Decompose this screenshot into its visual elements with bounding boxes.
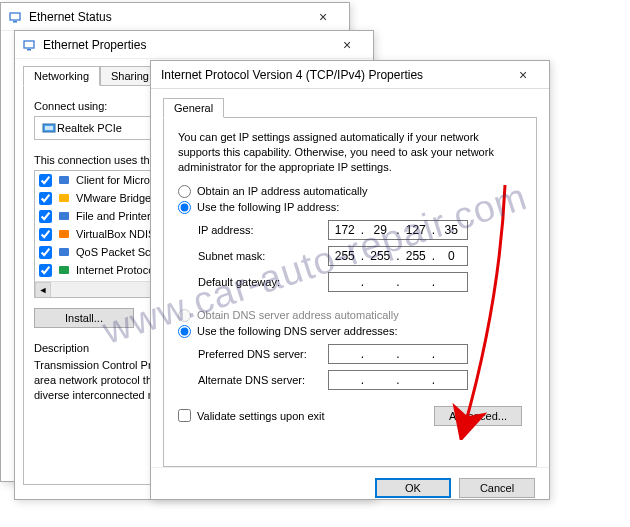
status-title: Ethernet Status: [29, 10, 303, 24]
ip-address-field[interactable]: 172. 29. 127. 35: [328, 220, 468, 240]
pref-dns-label: Preferred DNS server:: [178, 348, 328, 360]
radio-dns-auto-input: [178, 309, 191, 322]
radio-ip-auto-input[interactable]: [178, 185, 191, 198]
ipv4-title: Internet Protocol Version 4 (TCP/IPv4) P…: [157, 68, 503, 82]
pref-dns-field[interactable]: . . .: [328, 344, 468, 364]
scroll-left-icon[interactable]: ◄: [35, 282, 51, 298]
component-icon: [56, 226, 72, 242]
advanced-button[interactable]: Advanced...: [434, 406, 522, 426]
tab-general[interactable]: General: [163, 98, 224, 118]
item-checkbox[interactable]: [39, 264, 52, 277]
alt-dns-field[interactable]: . . .: [328, 370, 468, 390]
radio-ip-manual[interactable]: Use the following IP address:: [178, 201, 522, 214]
gateway-field[interactable]: . . .: [328, 272, 468, 292]
svg-rect-6: [59, 176, 69, 184]
cancel-button[interactable]: Cancel: [459, 478, 535, 498]
component-icon: [56, 190, 72, 206]
item-checkbox[interactable]: [39, 192, 52, 205]
ip-address-label: IP address:: [178, 224, 328, 236]
adapter-icon: [41, 120, 57, 136]
ok-button[interactable]: OK: [375, 478, 451, 498]
svg-rect-5: [45, 126, 53, 130]
close-icon[interactable]: ×: [503, 67, 543, 83]
ipv4-properties-dialog: Internet Protocol Version 4 (TCP/IPv4) P…: [150, 60, 550, 500]
item-checkbox[interactable]: [39, 228, 52, 241]
item-label: VirtualBox NDIS6: [76, 228, 161, 240]
radio-dns-auto: Obtain DNS server address automatically: [178, 309, 522, 322]
radio-dns-manual[interactable]: Use the following DNS server addresses:: [178, 325, 522, 338]
alt-dns-label: Alternate DNS server:: [178, 374, 328, 386]
item-checkbox[interactable]: [39, 210, 52, 223]
svg-rect-3: [27, 49, 31, 51]
close-icon[interactable]: ×: [327, 37, 367, 53]
component-icon: [56, 172, 72, 188]
prop-titlebar: Ethernet Properties ×: [15, 31, 373, 59]
close-icon[interactable]: ×: [303, 9, 343, 25]
prop-title: Ethernet Properties: [43, 38, 327, 52]
subnet-field[interactable]: 255. 255. 255. 0: [328, 246, 468, 266]
adapter-name: Realtek PCIe: [57, 122, 122, 134]
item-checkbox[interactable]: [39, 174, 52, 187]
component-icon: [56, 262, 72, 278]
tab-networking[interactable]: Networking: [23, 66, 100, 86]
subnet-label: Subnet mask:: [178, 250, 328, 262]
svg-rect-9: [59, 230, 69, 238]
svg-rect-11: [59, 266, 69, 274]
component-icon: [56, 244, 72, 260]
svg-rect-2: [24, 41, 34, 48]
radio-ip-manual-input[interactable]: [178, 201, 191, 214]
help-text: You can get IP settings assigned automat…: [178, 130, 522, 175]
validate-checkbox[interactable]: Validate settings upon exit: [178, 409, 325, 422]
radio-dns-manual-input[interactable]: [178, 325, 191, 338]
network-icon: [7, 9, 23, 25]
svg-rect-8: [59, 212, 69, 220]
svg-rect-10: [59, 248, 69, 256]
item-checkbox[interactable]: [39, 246, 52, 259]
validate-checkbox-input[interactable]: [178, 409, 191, 422]
svg-rect-1: [13, 21, 17, 23]
install-button[interactable]: Install...: [34, 308, 134, 328]
status-titlebar: Ethernet Status ×: [1, 3, 349, 31]
svg-rect-0: [10, 13, 20, 20]
gateway-label: Default gateway:: [178, 276, 328, 288]
radio-ip-auto[interactable]: Obtain an IP address automatically: [178, 185, 522, 198]
svg-rect-7: [59, 194, 69, 202]
component-icon: [56, 208, 72, 224]
network-icon: [21, 37, 37, 53]
